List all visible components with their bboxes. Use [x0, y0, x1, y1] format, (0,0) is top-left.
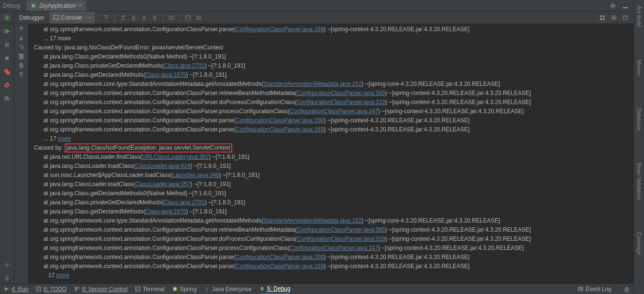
stacktrace-link[interactable]: StandardAnnotationMetadata.java:152 [263, 217, 362, 224]
svg-rect-16 [8, 43, 9, 47]
breakpoint-icon[interactable] [2, 66, 12, 77]
stacktrace-link[interactable]: URLClassLoader.java:382 [142, 153, 209, 160]
bug-icon[interactable] [3, 14, 11, 21]
stacktrace-link[interactable]: Launcher.java:349 [172, 172, 219, 178]
stop-icon[interactable] [2, 53, 12, 63]
svg-point-12 [613, 17, 615, 19]
stacktrace-link[interactable]: ConfigurationClassParser.java:200 [236, 254, 324, 260]
settings-icon[interactable] [2, 259, 12, 270]
print-icon[interactable] [18, 62, 24, 69]
stacktrace-link[interactable]: Class.java:2701 [164, 62, 204, 69]
svg-point-34 [260, 287, 263, 291]
bean-validation-tab[interactable]: Bean Validation [635, 161, 643, 201]
restore-icon[interactable] [622, 14, 629, 21]
run-tab[interactable]: 4: Run [4, 286, 28, 293]
download-3-icon[interactable] [149, 12, 160, 23]
svg-rect-11 [603, 18, 605, 20]
stacktrace-link[interactable]: ConfigurationClassParser.java:385 [297, 226, 385, 233]
wrap-icon[interactable] [18, 44, 24, 50]
spring-tab[interactable]: Spring [172, 286, 197, 293]
settings-2-icon[interactable] [610, 14, 617, 21]
console-tab[interactable]: Console →▾ [49, 12, 95, 24]
svg-point-1 [612, 5, 614, 7]
run-config-tab[interactable]: JsyApplication ✕ [26, 0, 87, 11]
todo-icon [36, 286, 41, 292]
threads-icon[interactable] [193, 12, 204, 23]
console-line: at org.springframework.context.annotatio… [31, 98, 632, 107]
stacktrace-link[interactable]: ConfigurationClassParser.java:319 [297, 99, 385, 106]
pin-icon[interactable] [2, 273, 12, 283]
grid-icon[interactable] [599, 14, 606, 21]
stacktrace-link[interactable]: ConfigurationClassParser.java:169 [236, 126, 324, 133]
console-line: at org.springframework.context.annotatio… [31, 225, 632, 235]
resume-icon[interactable] [2, 26, 12, 36]
stacktrace-link[interactable]: ConfigurationClassParser.java:169 [236, 263, 324, 270]
console-line: at org.springframework.context.annotatio… [31, 125, 632, 134]
stacktrace-link[interactable]: ClassLoader.java:357 [135, 181, 190, 188]
pause-icon[interactable] [2, 39, 12, 50]
stacktrace-link[interactable]: ConfigurationClassParser.java:247 [290, 245, 378, 251]
svg-rect-17 [5, 57, 9, 60]
debug-tab[interactable]: 5: Debug [260, 284, 291, 294]
console-line: at java.lang.ClassLoader.loadClass(Class… [31, 180, 632, 189]
java-ee-tab[interactable]: Java Enterprise [204, 286, 251, 293]
todo-tab[interactable]: 6: TODO [36, 286, 67, 293]
console-line: at java.lang.Class.getDeclaredMethods(Cl… [31, 71, 632, 80]
console-line: at java.lang.Class.privateGetDeclaredMet… [31, 61, 632, 71]
layout-icon[interactable] [166, 12, 177, 23]
down-icon[interactable] [18, 35, 24, 41]
up-icon[interactable] [18, 26, 24, 32]
left-gutter-toolbar [0, 24, 14, 283]
maven-tab[interactable]: Maven [635, 58, 643, 77]
frames-icon[interactable] [183, 12, 193, 23]
stacktrace-link[interactable]: Class.java:1975 [145, 208, 186, 215]
debug-icon [260, 286, 265, 291]
lock-icon[interactable] [624, 286, 630, 292]
dropdown-icon[interactable]: →▾ [84, 15, 91, 20]
stacktrace-link[interactable]: Class.java:2701 [164, 199, 204, 206]
console-line: at org.springframework.context.annotatio… [31, 89, 632, 98]
mute-bp-icon[interactable] [2, 80, 12, 90]
console-output[interactable]: at org.springframework.context.annotatio… [29, 24, 633, 283]
terminal-icon [135, 286, 140, 292]
console-line: at org.springframework.context.annotatio… [31, 262, 632, 271]
trash-icon[interactable] [18, 71, 24, 78]
stacktrace-link[interactable]: more [56, 272, 69, 279]
terminal-tab[interactable]: Terminal [135, 286, 164, 293]
export-icon[interactable] [118, 12, 128, 23]
vcs-tab[interactable]: 9: Version Control [74, 286, 127, 293]
download-2-icon[interactable] [139, 12, 149, 23]
console-line: at java.lang.Class.privateGetDeclaredMet… [31, 198, 632, 207]
minimize-icon[interactable] [622, 2, 629, 9]
console-line: at org.springframework.core.type.Standar… [31, 80, 632, 89]
close-icon[interactable]: ✕ [78, 2, 82, 9]
stacktrace-link[interactable]: ConfigurationClassParser.java:200 [236, 117, 324, 124]
database-tab[interactable]: Database [635, 106, 643, 132]
camera-icon[interactable] [2, 93, 12, 104]
debugger-tab[interactable]: Debugger [14, 12, 49, 24]
highlighted-exception: java.lang.ClassNotFoundException: javax.… [65, 143, 232, 153]
svg-rect-8 [600, 15, 602, 17]
scroll-end-icon[interactable] [18, 53, 24, 59]
filter-icon[interactable] [101, 12, 112, 23]
stacktrace-link[interactable]: ConfigurationClassParser.java:247 [290, 108, 378, 115]
gear-icon[interactable] [610, 2, 616, 9]
coverage-tab[interactable]: Coverage [635, 230, 643, 257]
stacktrace-link[interactable]: ConfigurationClassParser.java:319 [297, 235, 385, 242]
stacktrace-link[interactable]: ConfigurationClassParser.java:385 [297, 90, 385, 96]
svg-rect-2 [623, 7, 628, 8]
stacktrace-link[interactable]: Class.java:1975 [145, 71, 186, 78]
stacktrace-link[interactable]: StandardAnnotationMetadata.java:152 [263, 81, 362, 87]
stacktrace-link[interactable]: more [58, 135, 71, 142]
ant-tab[interactable]: Ant Build [635, 4, 643, 29]
stacktrace-link[interactable]: ClassLoader.java:424 [135, 163, 190, 169]
right-sidebar: Ant Build Maven Database Bean Validation… [633, 0, 644, 294]
console-line: at org.springframework.context.annotatio… [31, 107, 632, 116]
event-log-tab[interactable]: Event Log [578, 286, 611, 293]
download-icon[interactable] [128, 12, 139, 23]
tab-label: JsyApplication [39, 2, 76, 9]
stacktrace-link[interactable]: ConfigurationClassParser.java:169 [236, 26, 324, 33]
console-line: at org.springframework.context.annotatio… [31, 244, 632, 253]
spring-icon [172, 286, 178, 292]
svg-rect-9 [603, 15, 605, 17]
